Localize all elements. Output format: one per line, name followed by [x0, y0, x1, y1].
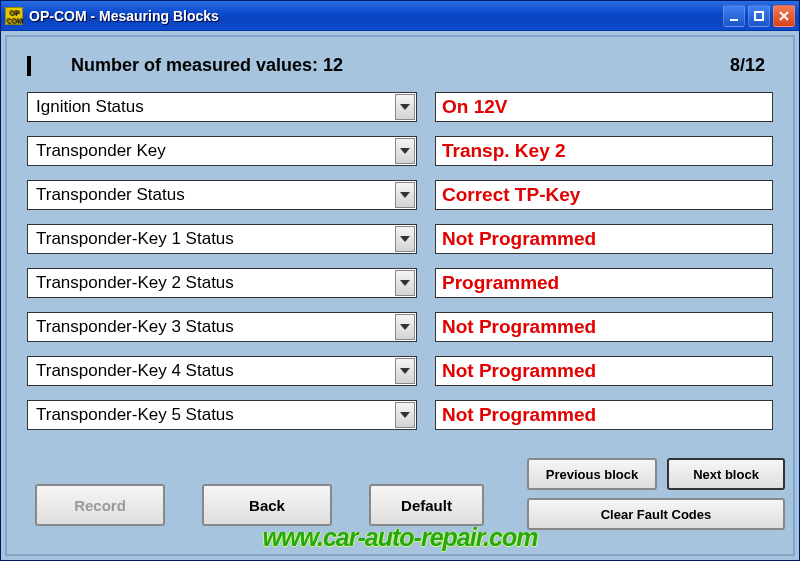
parameter-value: Programmed — [435, 268, 773, 298]
measuring-row: Transponder-Key 2 StatusProgrammed — [27, 268, 773, 298]
parameter-label: Transponder-Key 2 Status — [36, 273, 234, 293]
measuring-row: Transponder-Key 4 StatusNot Programmed — [27, 356, 773, 386]
window-title: OP-COM - Mesauring Blocks — [29, 8, 723, 24]
chevron-down-icon[interactable] — [395, 226, 415, 252]
measuring-row: Transponder StatusCorrect TP-Key — [27, 180, 773, 210]
parameter-label: Transponder-Key 3 Status — [36, 317, 234, 337]
header-row: Number of measured values: 12 8/12 — [7, 37, 793, 84]
client-area: Number of measured values: 12 8/12 Ignit… — [5, 35, 795, 556]
measured-values-label: Number of measured values: 12 — [71, 55, 343, 76]
chevron-down-icon[interactable] — [395, 314, 415, 340]
next-block-button[interactable]: Next block — [667, 458, 785, 490]
back-button[interactable]: Back — [202, 484, 332, 526]
parameter-label: Ignition Status — [36, 97, 144, 117]
measuring-row: Transponder KeyTransp. Key 2 — [27, 136, 773, 166]
parameter-label: Transponder-Key 5 Status — [36, 405, 234, 425]
parameter-value: Not Programmed — [435, 400, 773, 430]
parameter-select[interactable]: Transponder-Key 4 Status — [27, 356, 417, 386]
svg-rect-1 — [755, 12, 763, 20]
text-cursor-icon — [27, 56, 31, 76]
parameter-value: Not Programmed — [435, 356, 773, 386]
app-icon: OP COM — [5, 7, 23, 25]
record-button[interactable]: Record — [35, 484, 165, 526]
svg-rect-0 — [730, 19, 738, 21]
parameter-value: Correct TP-Key — [435, 180, 773, 210]
app-window: OP COM OP-COM - Mesauring Blocks Number … — [0, 0, 800, 561]
parameter-select[interactable]: Transponder Status — [27, 180, 417, 210]
parameter-value: Not Programmed — [435, 312, 773, 342]
button-row: Record Back Default Previous block Next … — [27, 458, 773, 538]
chevron-down-icon[interactable] — [395, 402, 415, 428]
parameter-value: On 12V — [435, 92, 773, 122]
parameter-select[interactable]: Transponder-Key 1 Status — [27, 224, 417, 254]
previous-block-button[interactable]: Previous block — [527, 458, 657, 490]
clear-fault-codes-button[interactable]: Clear Fault Codes — [527, 498, 785, 530]
parameter-value: Not Programmed — [435, 224, 773, 254]
window-controls — [723, 5, 795, 27]
measuring-row: Transponder-Key 3 StatusNot Programmed — [27, 312, 773, 342]
chevron-down-icon[interactable] — [395, 182, 415, 208]
parameter-label: Transponder-Key 4 Status — [36, 361, 234, 381]
measuring-rows: Ignition StatusOn 12VTransponder KeyTran… — [7, 84, 793, 430]
measuring-row: Ignition StatusOn 12V — [27, 92, 773, 122]
measuring-row: Transponder-Key 1 StatusNot Programmed — [27, 224, 773, 254]
parameter-select[interactable]: Transponder-Key 2 Status — [27, 268, 417, 298]
titlebar: OP COM OP-COM - Mesauring Blocks — [1, 1, 799, 31]
parameter-select[interactable]: Ignition Status — [27, 92, 417, 122]
parameter-select[interactable]: Transponder-Key 3 Status — [27, 312, 417, 342]
page-indicator: 8/12 — [730, 55, 765, 76]
default-button[interactable]: Default — [369, 484, 484, 526]
parameter-select[interactable]: Transponder-Key 5 Status — [27, 400, 417, 430]
minimize-button[interactable] — [723, 5, 745, 27]
parameter-label: Transponder Status — [36, 185, 185, 205]
chevron-down-icon[interactable] — [395, 270, 415, 296]
parameter-label: Transponder-Key 1 Status — [36, 229, 234, 249]
chevron-down-icon[interactable] — [395, 94, 415, 120]
close-button[interactable] — [773, 5, 795, 27]
measuring-row: Transponder-Key 5 StatusNot Programmed — [27, 400, 773, 430]
parameter-label: Transponder Key — [36, 141, 166, 161]
chevron-down-icon[interactable] — [395, 138, 415, 164]
parameter-value: Transp. Key 2 — [435, 136, 773, 166]
chevron-down-icon[interactable] — [395, 358, 415, 384]
maximize-button[interactable] — [748, 5, 770, 27]
parameter-select[interactable]: Transponder Key — [27, 136, 417, 166]
